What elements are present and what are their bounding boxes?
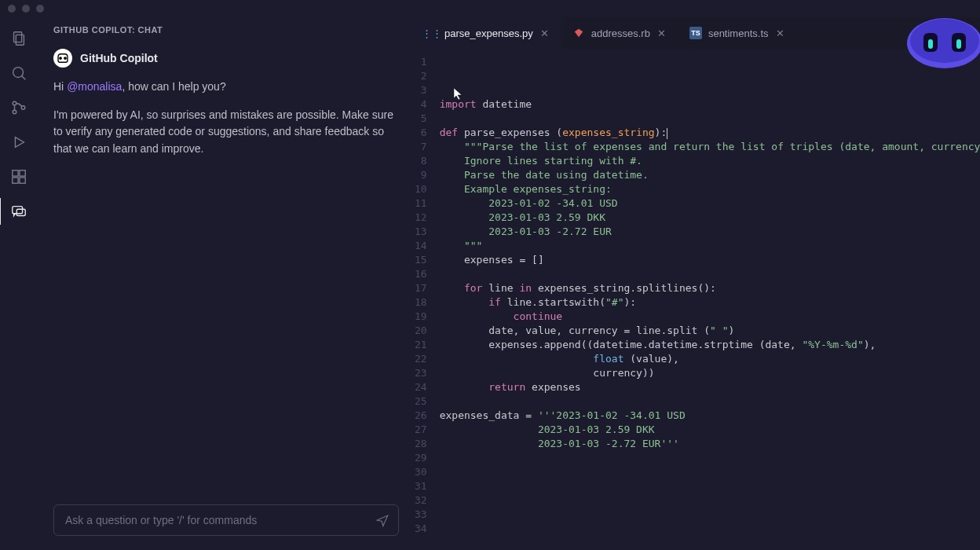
svg-point-5	[13, 110, 16, 114]
editor-tab[interactable]: addresses.rb✕	[561, 17, 678, 49]
code-line[interactable]: currency))	[440, 366, 980, 380]
code-line[interactable]	[440, 479, 980, 493]
code-line[interactable]	[440, 267, 980, 281]
line-number: 16	[415, 267, 427, 281]
code-line[interactable]: Example expenses_string:	[440, 182, 980, 196]
line-number: 1	[415, 55, 427, 69]
code-line[interactable]	[440, 465, 980, 479]
line-number: 5	[415, 112, 427, 126]
chat-input-row[interactable]	[53, 504, 399, 536]
extensions-icon[interactable]	[9, 167, 29, 187]
editor-body[interactable]: 1234567891011121314151617181920212223242…	[415, 49, 980, 550]
code-line[interactable]: Parse the date using datetime.	[440, 168, 980, 182]
chat-disclaimer: I'm powered by AI, so surprises and mist…	[53, 107, 399, 158]
svg-point-6	[21, 106, 25, 110]
code-line[interactable]: 2023-01-02 -34.01 USD	[440, 196, 980, 211]
code-line[interactable]	[440, 522, 980, 536]
activity-bar	[0, 17, 38, 550]
explorer-icon[interactable]	[9, 28, 29, 49]
ts-file-icon: TS	[689, 27, 702, 39]
line-number: 25	[415, 394, 427, 409]
svg-rect-10	[13, 178, 18, 183]
code-line[interactable]: Ignore lines starting with #.	[440, 154, 980, 168]
code-line[interactable]	[440, 394, 980, 409]
code-line[interactable]	[440, 451, 980, 465]
line-number: 12	[415, 211, 427, 225]
line-number: 32	[415, 493, 427, 508]
rb-file-icon	[572, 27, 585, 39]
svg-rect-13	[16, 209, 25, 215]
code-line[interactable]: for line in expenses_string.splitlines()…	[440, 281, 980, 295]
line-number: 23	[415, 366, 427, 380]
line-number: 10	[415, 182, 427, 196]
line-number: 34	[415, 522, 427, 536]
editor-tab[interactable]: TSsentiments.ts✕	[678, 17, 797, 49]
code-line[interactable]: 2023-01-03 2.59 DKK	[440, 211, 980, 225]
source-control-icon[interactable]	[9, 97, 29, 118]
code-line[interactable]: 2023-01-03 -2.72 EUR	[440, 225, 980, 239]
code-line[interactable]: expenses_data = '''2023-01-02 -34.01 USD	[440, 409, 980, 423]
chat-icon[interactable]	[9, 201, 29, 222]
chat-message-body: Hi @monalisa, how can I help you? I'm po…	[53, 79, 399, 169]
tab-label: sentiments.ts	[708, 28, 769, 39]
code-line[interactable]: """	[440, 239, 980, 253]
line-number: 29	[415, 451, 427, 465]
line-number: 11	[415, 196, 427, 211]
svg-point-4	[13, 101, 16, 105]
line-number: 17	[415, 281, 427, 295]
editor-tab[interactable]: ⋮⋮parse_expenses.py✕	[415, 17, 561, 49]
line-number: 4	[415, 97, 427, 112]
code-line[interactable]: date, value, currency = line.split (" ")	[440, 324, 980, 338]
code-line[interactable]: import datetime	[440, 97, 980, 112]
close-icon[interactable]: ✕	[539, 28, 550, 38]
code-line[interactable]: expenses = []	[440, 253, 980, 267]
code-line[interactable]: continue	[440, 310, 980, 324]
code-line[interactable]	[440, 508, 980, 522]
search-icon[interactable]	[9, 63, 29, 83]
run-debug-icon[interactable]	[9, 132, 29, 152]
code-line[interactable]: 2023-01-03 2.59 DKK	[440, 423, 980, 437]
svg-point-14	[59, 57, 62, 60]
svg-point-15	[64, 57, 67, 60]
svg-rect-0	[14, 32, 22, 42]
code-line[interactable]	[440, 493, 980, 508]
code-content[interactable]: import datetime def parse_expenses (expe…	[440, 49, 980, 550]
code-line[interactable]	[440, 112, 980, 126]
tab-label: parse_expenses.py	[444, 28, 533, 39]
code-line[interactable]: """Parse the list of expenses and return…	[440, 140, 980, 154]
line-number-gutter: 1234567891011121314151617181920212223242…	[415, 49, 440, 550]
chat-panel-title: GITHUB COPILOT: CHAT	[53, 25, 399, 35]
tab-label: addresses.rb	[591, 28, 650, 39]
code-line[interactable]: float (value),	[440, 352, 980, 366]
chat-input[interactable]	[65, 514, 375, 526]
line-number: 20	[415, 324, 427, 338]
line-number: 3	[415, 83, 427, 97]
code-line[interactable]: def parse_expenses (expenses_string):	[440, 126, 980, 140]
line-number: 7	[415, 140, 427, 154]
svg-line-3	[22, 76, 26, 80]
svg-marker-7	[15, 138, 24, 148]
window-titlebar	[0, 0, 980, 17]
code-line[interactable]: if line.startswith("#"):	[440, 295, 980, 310]
traffic-light-zoom[interactable]	[36, 5, 44, 13]
svg-point-2	[13, 68, 24, 78]
code-line[interactable]: expenses.append((datetime.datetime.strpt…	[440, 338, 980, 352]
line-number: 14	[415, 239, 427, 253]
py-file-icon: ⋮⋮	[426, 27, 438, 39]
code-line[interactable]: return expenses	[440, 380, 980, 394]
line-number: 26	[415, 409, 427, 423]
traffic-light-close[interactable]	[8, 5, 16, 13]
traffic-light-minimize[interactable]	[22, 5, 30, 13]
chat-sender-name: GitHub Copilot	[80, 52, 158, 64]
text-caret	[667, 128, 667, 139]
close-icon[interactable]: ✕	[775, 28, 786, 38]
code-line[interactable]	[440, 536, 980, 550]
line-number: 8	[415, 154, 427, 168]
line-number: 15	[415, 253, 427, 267]
send-icon[interactable]	[375, 512, 390, 528]
greeting-pre: Hi	[53, 80, 67, 93]
code-line[interactable]: 2023-01-03 -2.72 EUR'''	[440, 437, 980, 451]
close-icon[interactable]: ✕	[656, 28, 667, 38]
chat-panel: GITHUB COPILOT: CHAT GitHub Copilot Hi @…	[38, 17, 415, 550]
svg-rect-9	[20, 170, 25, 176]
